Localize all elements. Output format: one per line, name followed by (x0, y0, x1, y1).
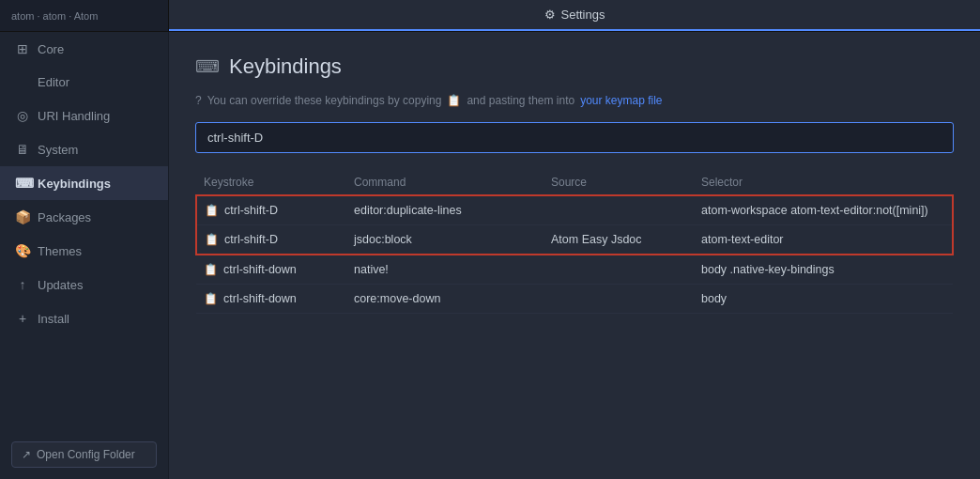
sidebar-label-uri-handling: URI Handling (38, 109, 110, 123)
description-text: You can override these keybindings by co… (207, 94, 442, 107)
title-bar-left: atom · atom · Atom (0, 0, 169, 31)
core-icon: ⊞ (15, 41, 30, 56)
copy-icon-0[interactable]: 📋 (205, 204, 219, 217)
keystroke-value-3: ctrl-shift-down (223, 292, 297, 305)
cell-source-1: Atom Easy Jsdoc (544, 225, 694, 255)
sidebar-item-themes[interactable]: 🎨 Themes (0, 234, 168, 268)
sidebar-item-editor[interactable]: Editor (0, 66, 168, 99)
cell-selector-0: atom-workspace atom-text-editor:not([min… (694, 195, 953, 225)
sidebar-label-keybindings: Keybindings (38, 177, 111, 191)
cell-source-3 (544, 285, 694, 314)
open-config-icon: ↗ (22, 448, 31, 461)
cell-source-2 (544, 255, 694, 285)
col-header-source: Source (544, 170, 694, 195)
title-bar-left-text: atom · atom · Atom (11, 10, 98, 22)
page-title: Keybindings (229, 54, 342, 79)
cell-keystroke-2: 📋 ctrl-shift-down (196, 255, 346, 285)
cell-keystroke-0: 📋 ctrl-shift-D (196, 195, 346, 225)
cell-command-3: core:move-down (346, 285, 544, 314)
table-row: 📋 ctrl-shift-down native! body .native-k… (196, 255, 953, 285)
cell-command-0: editor:duplicate-lines (346, 195, 544, 225)
sidebar-item-core[interactable]: ⊞ Core (0, 32, 168, 66)
keybindings-title-icon: ⌨ (195, 56, 220, 77)
settings-icon: ⚙ (544, 8, 556, 22)
sidebar-label-editor: Editor (38, 75, 69, 89)
cell-selector-3: body (694, 285, 953, 314)
keybindings-tbody: 📋 ctrl-shift-D editor:duplicate-lines at… (196, 195, 953, 314)
sidebar-item-system[interactable]: 🖥 System (0, 132, 168, 166)
keymap-file-link[interactable]: your keymap file (580, 94, 662, 107)
cell-keystroke-1: 📋 ctrl-shift-D (196, 225, 346, 255)
cell-selector-2: body .native-key-bindings (694, 255, 953, 285)
sidebar-label-system: System (38, 143, 78, 157)
sidebar-item-packages[interactable]: 📦 Packages (0, 200, 168, 234)
themes-icon: 🎨 (15, 243, 30, 258)
cell-keystroke-3: 📋 ctrl-shift-down (196, 285, 346, 314)
cell-command-2: native! (346, 255, 544, 285)
page-title-row: ⌨ Keybindings (195, 54, 954, 79)
content-area: ⌨ Keybindings ? You can override these k… (169, 32, 980, 479)
sidebar-label-install: Install (38, 312, 69, 326)
keystroke-value-1: ctrl-shift-D (224, 233, 278, 246)
settings-tab-label: ⚙ Settings (544, 8, 605, 22)
table-row: 📋 ctrl-shift-D jsdoc:block Atom Easy Jsd… (196, 225, 953, 255)
copy-icon-3[interactable]: 📋 (204, 292, 218, 305)
packages-icon: 📦 (15, 209, 30, 224)
uri-handling-icon: ◎ (15, 108, 30, 123)
sidebar-item-install[interactable]: + Install (0, 301, 168, 335)
keystroke-value-0: ctrl-shift-D (224, 204, 278, 217)
table-row: 📋 ctrl-shift-D editor:duplicate-lines at… (196, 195, 953, 225)
sidebar-item-updates[interactable]: ↑ Updates (0, 268, 168, 301)
search-wrapper (195, 122, 954, 153)
copy-icon-1[interactable]: 📋 (205, 233, 219, 246)
install-icon: + (15, 311, 30, 326)
col-header-command: Command (346, 170, 544, 195)
sidebar-label-core: Core (38, 42, 64, 56)
keybindings-icon: ⌨ (15, 176, 30, 191)
keybindings-table: Keystroke Command Source Selector 📋 ctrl… (195, 170, 954, 314)
table-row: 📋 ctrl-shift-down core:move-down body (196, 285, 953, 314)
description-row: ? You can override these keybindings by … (195, 94, 954, 107)
help-icon: ? (195, 94, 202, 107)
main-layout: ⊞ Core Editor ◎ URI Handling 🖥 System ⌨ … (0, 32, 980, 479)
sidebar-label-updates: Updates (38, 278, 83, 292)
sidebar-item-keybindings[interactable]: ⌨ Keybindings (0, 166, 168, 200)
open-config-button[interactable]: ↗ Open Config Folder (11, 441, 157, 468)
description-text2: and pasting them into (467, 94, 574, 107)
open-config-label: Open Config Folder (37, 448, 135, 461)
col-header-selector: Selector (694, 170, 953, 195)
cell-source-0 (544, 195, 694, 225)
table-header: Keystroke Command Source Selector (196, 170, 953, 195)
sidebar: ⊞ Core Editor ◎ URI Handling 🖥 System ⌨ … (0, 32, 169, 479)
title-bar: atom · atom · Atom ⚙ Settings (0, 0, 980, 32)
cell-command-1: jsdoc:block (346, 225, 544, 255)
sidebar-item-uri-handling[interactable]: ◎ URI Handling (0, 99, 168, 132)
copy-icon-2[interactable]: 📋 (204, 263, 218, 276)
sidebar-label-themes: Themes (38, 244, 82, 258)
settings-tab[interactable]: ⚙ Settings (169, 0, 980, 31)
sidebar-label-packages: Packages (38, 210, 91, 224)
system-icon: 🖥 (15, 142, 30, 157)
sidebar-bottom: ↗ Open Config Folder (0, 430, 168, 479)
updates-icon: ↑ (15, 277, 30, 292)
copy-icon: 📋 (447, 94, 461, 107)
table-wrapper: Keystroke Command Source Selector 📋 ctrl… (195, 170, 954, 314)
keystroke-value-2: ctrl-shift-down (223, 263, 297, 276)
cell-selector-1: atom-text-editor (694, 225, 953, 255)
search-input[interactable] (195, 122, 954, 153)
col-header-keystroke: Keystroke (196, 170, 346, 195)
